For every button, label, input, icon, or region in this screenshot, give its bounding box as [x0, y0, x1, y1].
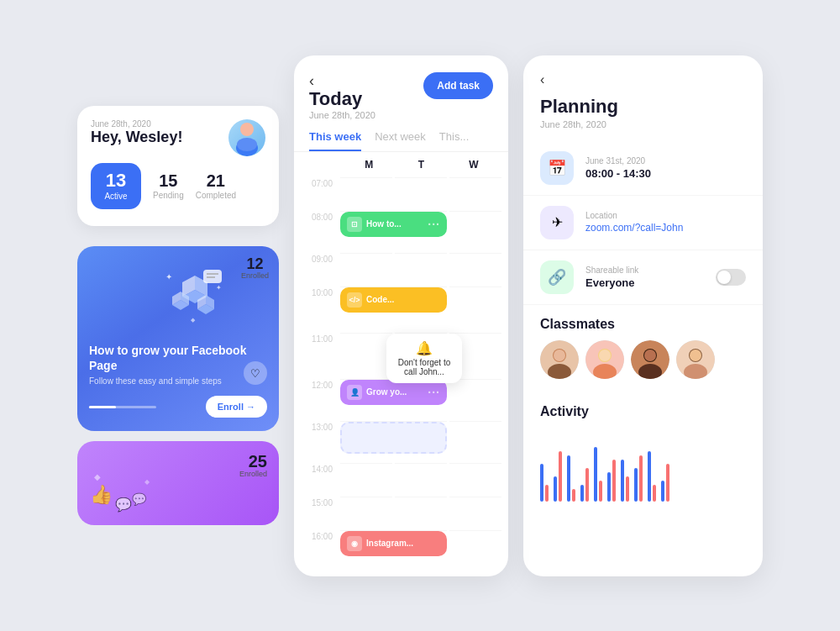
plan-title: Planning: [540, 96, 746, 118]
active-count: 13: [102, 171, 129, 190]
slot-w-1000: [449, 287, 501, 333]
slot-m-1000: </> Code...: [340, 287, 447, 333]
bar-blue-1: [540, 464, 543, 502]
day-m: M: [344, 159, 393, 171]
bar-group-1: [540, 464, 549, 502]
datetime-content: June 31st, 2020 08:00 - 14:30: [585, 156, 651, 180]
event-instagram[interactable]: ◉ Instagram...: [340, 531, 447, 556]
bar-red-9: [653, 485, 656, 502]
classmates-section-title: Classmates: [523, 305, 763, 340]
svg-text:👍: 👍: [90, 483, 113, 506]
svg-point-38: [690, 350, 701, 361]
plan-back-button[interactable]: ‹: [540, 72, 746, 87]
day-w: W: [449, 159, 498, 171]
location-icon-circle: ✈: [540, 206, 574, 239]
slot-t-1100: 🔔 Don't forget to call John...: [395, 333, 447, 379]
planning-panel: ‹ Planning June 28th, 2020 📅 June 31st, …: [523, 55, 763, 576]
svg-point-2: [237, 138, 257, 151]
event-how-to-icon: ⊡: [347, 217, 362, 232]
event-grow[interactable]: 👤 Grow yo... ···: [340, 380, 447, 405]
cal-body: 07:00 08:00 ⊡ How to... ···: [294, 177, 508, 564]
bar-blue-7: [621, 460, 624, 502]
event-how-to-label: How to...: [366, 219, 402, 229]
time-row-1500: 15:00: [301, 497, 501, 530]
slot-t-0900: [395, 253, 447, 287]
event-grow-label: Grow yo...: [366, 387, 407, 397]
tab-this-month[interactable]: This...: [439, 130, 469, 151]
cal-back-button[interactable]: ‹: [309, 72, 375, 90]
event-code-icon: </>: [347, 292, 362, 308]
classmate-3: [631, 340, 669, 379]
plan-date: June 28th, 2020: [540, 119, 746, 129]
slot-m-0900: [340, 253, 392, 287]
add-task-button[interactable]: Add task: [423, 72, 493, 99]
svg-text:✦: ✦: [165, 272, 172, 281]
slot-t-1400: [395, 463, 447, 497]
datetime-date-label: June 31st, 2020: [585, 156, 651, 166]
bar-blue-8: [634, 468, 638, 502]
cal-date: June 28th, 2020: [309, 110, 375, 120]
time-label-0700: 07:00: [301, 177, 338, 211]
bar-group-8: [634, 455, 643, 502]
stat-active-block: 13 Active: [91, 163, 141, 209]
main-container: June 28th, 2020 Hey, Wesley! 13 Act: [0, 0, 840, 631]
slot-w-0800: [449, 211, 501, 253]
active-label: Active: [102, 192, 129, 201]
svg-rect-12: [203, 270, 222, 283]
svg-text:◆: ◆: [94, 472, 101, 481]
event-code-label: Code...: [366, 295, 394, 304]
slot-t-1500: [395, 497, 447, 530]
classmate-1: [540, 340, 579, 379]
slot-w-1400: [449, 463, 501, 497]
completed-count: 21: [196, 172, 236, 189]
calendar-panel: ‹ Today June 28th, 2020 Add task This we…: [294, 55, 508, 576]
svg-point-34: [644, 350, 656, 361]
slot-w-0900: [449, 253, 501, 287]
completed-label: Completed: [196, 191, 236, 200]
slot-m-1200: 👤 Grow yo... ···: [340, 379, 447, 421]
share-toggle[interactable]: [716, 269, 746, 286]
time-row-1400: 14:00: [301, 463, 501, 497]
event-instagram-icon: ◉: [347, 536, 362, 551]
time-row-1200: 12:00 👤 Grow yo... ···: [301, 379, 501, 421]
classmates-row: [523, 340, 763, 392]
panel-1-wrapper: June 28th, 2020 Hey, Wesley! 13 Act: [77, 106, 279, 525]
enroll-button[interactable]: Enroll →: [206, 396, 267, 418]
stat-pending: 15 Pending: [153, 172, 184, 200]
classmate-2: [585, 340, 624, 379]
event-code[interactable]: </> Code...: [340, 287, 447, 313]
slot-m-1300: [340, 421, 447, 463]
reminder-bubble: 🔔 Don't forget to call John...: [386, 334, 462, 383]
time-label-1600: 16:00: [301, 530, 338, 564]
bar-group-7: [621, 460, 629, 502]
tab-next-week[interactable]: Next week: [375, 130, 426, 151]
bar-red-4: [585, 468, 589, 502]
reminder-text: Don't forget to call John...: [395, 358, 454, 376]
slot-t-0700: [395, 177, 447, 211]
pending-label: Pending: [153, 191, 184, 200]
enrolled-label: Enrolled: [241, 271, 269, 280]
svg-point-30: [599, 350, 611, 361]
enrolled-info: 12 Enrolled: [241, 256, 269, 280]
event-how-to[interactable]: ⊡ How to... ···: [340, 212, 447, 237]
time-row-1100: 11:00 🔔 Don't forget to call John...: [301, 333, 501, 379]
share-icon-circle: 🔗: [540, 260, 574, 294]
time-label-0900: 09:00: [301, 253, 338, 287]
time-label-0800: 08:00: [301, 211, 338, 253]
plan-item-datetime: 📅 June 31st, 2020 08:00 - 14:30: [523, 141, 763, 196]
time-row-0700: 07:00: [301, 177, 501, 211]
slot-w-1600: [449, 530, 501, 564]
course-card-blue: 12 Enrolled: [77, 246, 279, 431]
bar-group-4: [580, 468, 589, 502]
share-content: Shareable link Everyone: [585, 266, 638, 289]
plan-item-share: 🔗 Shareable link Everyone: [523, 250, 763, 305]
svg-point-0: [240, 123, 254, 136]
link-icon: 🔗: [548, 268, 566, 287]
location-value[interactable]: zoom.com/?call=John: [585, 222, 683, 234]
day-t: T: [396, 159, 445, 171]
bar-group-2: [554, 451, 562, 502]
time-label-1400: 14:00: [301, 463, 338, 497]
tab-this-week[interactable]: This week: [309, 130, 361, 151]
course-title: How to grow your Facebook Page: [89, 343, 267, 373]
svg-text:✦: ✦: [216, 284, 222, 292]
